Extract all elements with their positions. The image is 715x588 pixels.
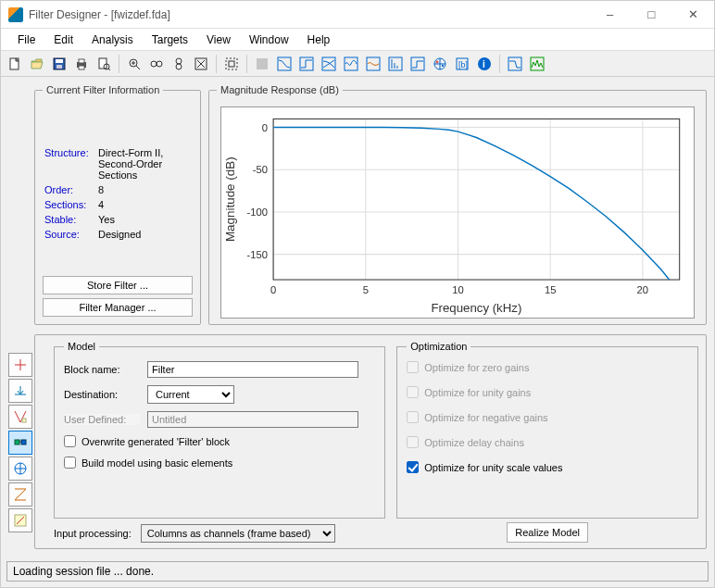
opt-delay-label: Optimize delay chains [424,437,524,448]
cfi-sections-val: 4 [96,197,193,212]
filter-manager-button[interactable]: Filter Manager ... [43,298,193,317]
model-panel: Model Block name: Destination: Current U… [54,341,385,519]
cfi-stable-key: Stable: [43,212,96,227]
svg-point-15 [157,61,162,67]
menu-file[interactable]: File [8,31,44,49]
basic-elements-checkbox[interactable] [64,457,76,469]
transform-tool[interactable] [8,508,32,532]
full-view-icon[interactable] [221,54,242,74]
multirate-tool[interactable] [8,482,32,507]
magspec-icon[interactable] [505,54,525,74]
svg-point-35 [436,61,438,63]
realize-model-button[interactable]: Realize Model [507,522,588,543]
close-button[interactable]: ✕ [672,1,714,29]
import-filter-tool[interactable] [8,379,32,403]
noise-icon[interactable] [527,54,547,74]
opt-neg-checkbox [407,411,419,423]
svg-text:10: 10 [452,283,463,294]
svg-text:20: 20 [637,283,648,294]
svg-rect-2 [56,59,63,63]
svg-text:0: 0 [262,122,268,133]
svg-rect-27 [389,57,402,70]
minimize-button[interactable]: – [589,1,631,29]
menu-window[interactable]: Window [240,31,298,49]
destination-select[interactable]: Current [147,385,234,404]
magnitude-plot[interactable]: 051015200-50-100-150Frequency (kHz)Magni… [220,106,695,319]
svg-rect-3 [56,65,62,69]
realize-model-tool[interactable] [8,431,32,455]
svg-point-14 [151,61,157,67]
opt-scale-checkbox[interactable] [407,461,419,473]
svg-rect-6 [79,66,84,69]
overwrite-checkbox[interactable] [64,435,76,447]
coeffs-icon[interactable]: [b] [452,54,472,74]
zoom-x-icon[interactable] [146,54,167,74]
opt-delay-checkbox [407,436,419,448]
info-icon[interactable]: i [474,54,495,74]
svg-rect-20 [229,61,234,67]
save-icon[interactable] [49,54,69,74]
svg-rect-66 [21,440,26,444]
optimization-panel: Optimization Optimize for zero gains Opt… [396,341,698,519]
pole-zero-editor-tool[interactable] [8,405,32,429]
group-delay-icon[interactable] [341,54,361,74]
svg-rect-40 [508,57,521,70]
opt-neg-label: Optimize for negative gains [424,412,547,423]
phase-delay-icon[interactable] [363,54,383,74]
zoom-in-icon[interactable] [124,54,144,74]
menu-edit[interactable]: Edit [44,31,82,49]
inputproc-label: Input processing: [54,528,132,539]
restore-view-icon[interactable] [191,54,211,74]
new-icon[interactable] [5,54,25,74]
magnitude-response-panel: Magnitude Response (dB) 051015200-50-100… [208,84,707,325]
design-filter-tool[interactable] [8,353,32,377]
window-title: Filter Designer - [fwizdef.fda] [29,8,589,21]
inputproc-select[interactable]: Columns as channels (frame based) [141,524,335,543]
svg-text:Magnitude (dB): Magnitude (dB) [223,156,237,242]
cfi-stable-val: Yes [96,212,193,227]
opt-title: Optimization [407,341,470,352]
block-name-input[interactable] [147,361,358,378]
svg-text:5: 5 [363,283,369,294]
status-bar: Loading session file ... done. [6,561,709,582]
set-quantization-tool[interactable] [8,457,32,481]
userdef-input [147,411,358,428]
cfi-structure-key: Structure: [43,145,96,182]
step-resp-icon[interactable] [408,54,428,74]
menu-view[interactable]: View [197,31,240,49]
menu-help[interactable]: Help [298,31,340,49]
opt-scale-label: Optimize for unity scale values [424,462,562,473]
svg-rect-19 [226,58,237,69]
svg-text:-50: -50 [253,164,268,175]
cfi-structure-val: Direct-Form II, Second-Order Sections [96,145,193,182]
print-preview-icon[interactable] [94,54,114,74]
cfi-title: Current Filter Information [43,84,163,95]
maximize-button[interactable]: □ [631,1,672,29]
magresp-title: Magnitude Response (dB) [217,84,343,95]
opt-zero-label: Optimize for zero gains [424,362,529,373]
store-filter-button[interactable]: Store Filter ... [43,276,193,294]
menu-analysis[interactable]: Analysis [82,31,143,49]
svg-rect-21 [257,58,268,69]
cfi-order-key: Order: [43,182,96,197]
open-icon[interactable] [27,54,47,74]
zoom-y-icon[interactable] [169,54,189,74]
print-icon[interactable] [71,54,92,74]
svg-rect-5 [79,59,84,63]
svg-rect-65 [15,440,19,444]
pole-zero-icon[interactable] [430,54,450,74]
menu-targets[interactable]: Targets [143,31,197,49]
phase-resp-icon[interactable] [296,54,317,74]
cfi-sections-key: Sections: [43,197,96,212]
svg-text:[b]: [b] [458,60,468,69]
mag-phase-icon[interactable] [319,54,339,74]
impulse-resp-icon[interactable] [385,54,406,74]
menubar: File Edit Analysis Targets View Window H… [1,29,714,51]
filter-specs-icon [252,54,272,74]
svg-text:0: 0 [270,283,276,294]
svg-rect-26 [367,57,380,70]
current-filter-info-panel: Current Filter Information Structure: Di… [34,84,201,325]
opt-unity-checkbox [407,386,419,398]
overwrite-label: Overwrite generated 'Filter' block [82,436,230,447]
mag-resp-icon[interactable] [274,54,295,74]
